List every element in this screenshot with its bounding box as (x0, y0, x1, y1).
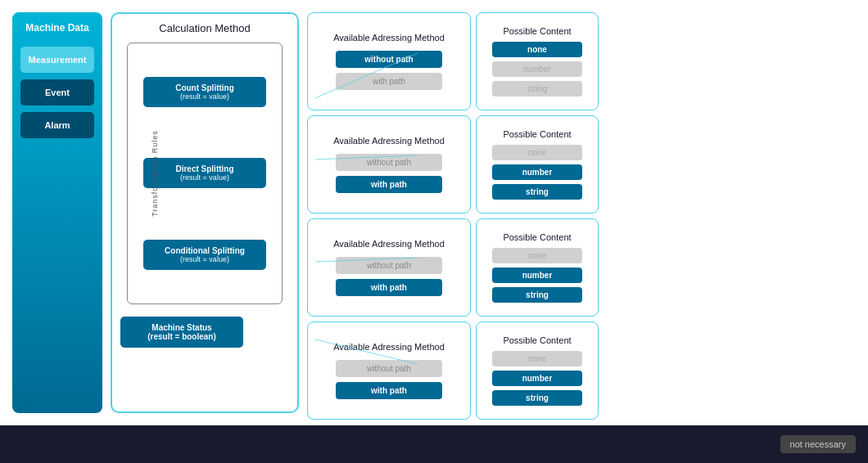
addr-box-2: Available Adressing Method without path … (307, 115, 471, 214)
content-none-4[interactable]: none (492, 351, 582, 366)
not-necessary-button[interactable]: not necessary (780, 435, 856, 453)
addr-with-path-1[interactable]: with path (336, 73, 442, 90)
addr-row-4: Available Adressing Method without path … (307, 321, 856, 420)
count-splitting-button[interactable]: Count Splitting (result = value) (143, 77, 266, 107)
addr-without-path-2[interactable]: without path (336, 154, 442, 171)
content-box-3: Possible Content none number string (476, 218, 599, 317)
machine-data-title: Machine Data (25, 22, 88, 34)
addr-box-4: Available Adressing Method without path … (307, 321, 471, 420)
content-box-2-title: Possible Content (503, 129, 571, 139)
count-splitting-sub: (result = value) (151, 92, 258, 101)
addr-row-3: Available Adressing Method without path … (307, 218, 856, 317)
content-none-2[interactable]: none (492, 145, 582, 160)
addr-box-3-title: Available Adressing Method (333, 239, 445, 249)
content-box-4: Possible Content none number string (476, 321, 599, 420)
calc-method-section: Calculation Method Transformation Rules … (111, 12, 299, 413)
addr-row-2: Available Adressing Method without path … (307, 115, 856, 214)
addr-with-path-4[interactable]: with path (336, 382, 442, 399)
machine-status-sub: (result = boolean) (129, 332, 235, 341)
addr-with-path-2[interactable]: with path (336, 176, 442, 193)
content-box-1: Possible Content none number string (476, 12, 599, 110)
calc-method-title: Calculation Method (120, 22, 289, 34)
machine-status-label: Machine Status (129, 323, 235, 332)
addr-without-path-3[interactable]: without path (336, 257, 442, 274)
addr-row-1: Available Adressing Method without path … (307, 12, 856, 110)
content-number-3[interactable]: number (492, 267, 582, 283)
content-none-3[interactable]: none (492, 248, 582, 263)
main-content: Machine Data Measurement Event Alarm Cal… (0, 0, 868, 425)
content-box-4-title: Possible Content (503, 335, 571, 345)
addr-with-path-3[interactable]: with path (336, 279, 442, 296)
addr-without-path-4[interactable]: without path (336, 360, 442, 377)
content-string-2[interactable]: string (492, 184, 582, 200)
count-splitting-label: Count Splitting (151, 83, 258, 92)
content-box-2: Possible Content none number string (476, 115, 599, 214)
addr-box-2-title: Available Adressing Method (333, 136, 445, 146)
direct-splitting-sub: (result = value) (151, 173, 258, 182)
content-number-4[interactable]: number (492, 371, 582, 386)
sidebar-item-measurement[interactable]: Measurement (20, 47, 94, 73)
content-number-2[interactable]: number (492, 164, 582, 180)
content-box-3-title: Possible Content (503, 232, 571, 242)
direct-splitting-button[interactable]: Direct Splitting (result = value) (143, 158, 266, 188)
addr-box-1-title: Available Adressing Method (333, 33, 445, 43)
addressing-grid: Available Adressing Method without path … (307, 12, 856, 420)
content-string-4[interactable]: string (492, 390, 582, 406)
addr-box-1: Available Adressing Method without path … (307, 12, 471, 110)
conditional-splitting-sub: (result = value) (151, 255, 258, 263)
content-box-1-title: Possible Content (503, 26, 571, 36)
content-number-1[interactable]: number (492, 61, 582, 77)
direct-splitting-label: Direct Splitting (151, 164, 258, 173)
transform-rules-label: Transformation Rules (151, 130, 159, 217)
addr-box-3: Available Adressing Method without path … (307, 218, 471, 317)
machine-status-button[interactable]: Machine Status (result = boolean) (120, 317, 243, 348)
sidebar-item-event[interactable]: Event (20, 79, 94, 106)
sidebar-item-alarm[interactable]: Alarm (20, 112, 94, 138)
transform-rules-box: Transformation Rules Count Splitting (re… (127, 43, 283, 304)
addr-box-4-title: Available Adressing Method (333, 342, 445, 352)
content-none-1[interactable]: none (492, 42, 582, 57)
machine-data-sidebar: Machine Data Measurement Event Alarm (12, 12, 102, 413)
conditional-splitting-label: Conditional Splitting (151, 246, 258, 255)
addr-without-path-1[interactable]: without path (336, 51, 442, 68)
conditional-splitting-button[interactable]: Conditional Splitting (result = value) (143, 240, 266, 270)
bottom-bar: not necessary (0, 425, 868, 463)
content-string-1[interactable]: string (492, 81, 582, 97)
content-string-3[interactable]: string (492, 287, 582, 303)
